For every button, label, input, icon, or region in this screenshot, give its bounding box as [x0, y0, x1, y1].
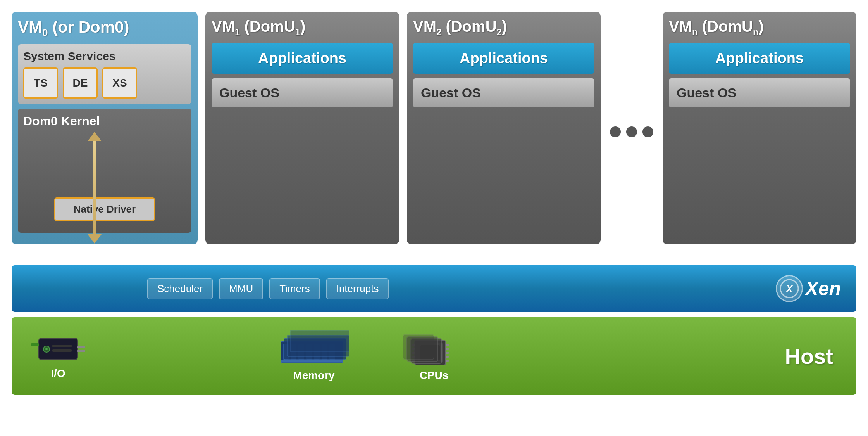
xen-logo-text: Xen	[805, 277, 841, 300]
services-boxes: TS DE XS	[23, 67, 186, 99]
vert-arrow	[88, 132, 102, 244]
vm2-guest-os: Guest OS	[413, 78, 594, 107]
svg-rect-37	[403, 334, 434, 360]
svg-rect-8	[78, 346, 85, 348]
host-bar: I/O	[12, 317, 856, 395]
svg-rect-7	[52, 349, 72, 352]
host-cpu-item: CPUs	[403, 330, 465, 382]
xen-interrupts: Interrupts	[326, 278, 389, 299]
host-io-item: I/O	[31, 332, 85, 380]
host-io-label: I/O	[51, 367, 65, 380]
arrow-space	[12, 252, 856, 260]
vm1-box: VM1 (DomU1) Applications Guest OS	[205, 12, 399, 244]
vm1-guest-os: Guest OS	[212, 78, 393, 107]
vm0-title: VM0 (or Dom0)	[18, 18, 191, 39]
svg-rect-18	[281, 360, 343, 362]
svg-rect-34	[446, 360, 449, 362]
system-services-label: System Services	[23, 50, 186, 63]
xen-logo: X Xen	[776, 275, 841, 302]
host-title: Host	[785, 344, 833, 369]
xen-timers: Timers	[269, 278, 320, 299]
dom0-kernel-box: Dom0 Kernel Native Driver	[18, 109, 191, 233]
vm1-title: VM1 (DomU1)	[212, 18, 393, 38]
host-cpu-label: CPUs	[420, 369, 449, 382]
svg-rect-3	[31, 343, 39, 346]
service-xs: XS	[102, 67, 137, 99]
svg-rect-21	[290, 330, 349, 352]
xen-components: Scheduler MMU Timers Interrupts	[147, 278, 389, 299]
xen-scheduler: Scheduler	[147, 278, 213, 299]
service-de: DE	[63, 67, 98, 99]
vm1-applications: Applications	[212, 43, 393, 74]
xen-logo-circle: X	[776, 275, 803, 302]
dot-2	[626, 126, 637, 137]
arrow-head-down	[88, 234, 102, 244]
svg-rect-30	[446, 344, 449, 346]
vmn-guest-os: Guest OS	[669, 78, 850, 107]
svg-rect-32	[446, 352, 449, 354]
memory-icon	[279, 330, 349, 365]
host-memory-item: Memory	[279, 330, 349, 382]
dom0-kernel-label: Dom0 Kernel	[23, 114, 100, 128]
arrow-line	[93, 141, 96, 234]
vmn-title: VMn (DomUn)	[669, 18, 850, 38]
xen-bar: Scheduler MMU Timers Interrupts X Xen	[12, 265, 856, 312]
arrow-head-up	[88, 132, 102, 141]
vm2-applications: Applications	[413, 43, 594, 74]
cpu-icon	[403, 330, 465, 365]
vm0-box: VM0 (or Dom0) System Services TS DE XS D…	[12, 12, 198, 244]
host-memory-label: Memory	[293, 369, 334, 382]
dots-separator	[608, 12, 655, 252]
service-ts: TS	[23, 67, 58, 99]
native-driver-box: Native Driver	[54, 197, 155, 221]
dot-1	[610, 126, 621, 137]
svg-rect-6	[52, 345, 72, 347]
dots	[610, 126, 653, 137]
dot-3	[642, 126, 653, 137]
xen-mmu: MMU	[219, 278, 263, 299]
vmn-applications: Applications	[669, 43, 850, 74]
svg-rect-33	[446, 356, 449, 358]
io-icon	[31, 332, 85, 363]
vm2-box: VM2 (DomU2) Applications Guest OS	[407, 12, 601, 244]
diagram-container: VM0 (or Dom0) System Services TS DE XS D…	[0, 0, 868, 436]
svg-rect-31	[446, 348, 449, 350]
system-services-box: System Services TS DE XS	[18, 44, 191, 104]
svg-point-5	[45, 348, 48, 350]
vms-row: VM0 (or Dom0) System Services TS DE XS D…	[12, 12, 856, 252]
svg-rect-9	[78, 350, 85, 352]
vmn-box: VMn (DomUn) Applications Guest OS	[663, 12, 856, 244]
svg-text:X: X	[785, 284, 793, 294]
vm2-title: VM2 (DomU2)	[413, 18, 594, 38]
